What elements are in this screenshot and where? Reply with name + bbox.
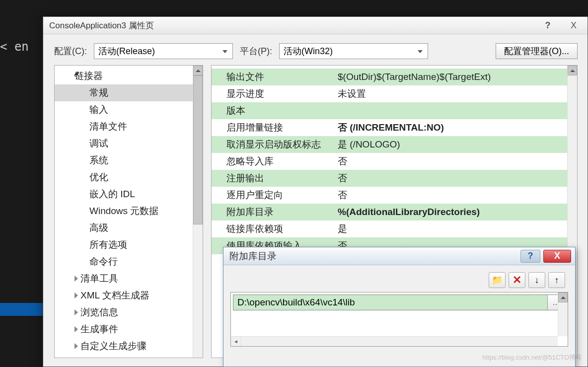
property-name: 链接库依赖项 — [212, 222, 334, 235]
property-name: 启用增量链接 — [212, 121, 334, 134]
property-value: 否 (/INCREMENTAL:NO) — [334, 121, 577, 134]
property-row[interactable]: 链接库依赖项是 — [212, 220, 577, 237]
property-row[interactable]: 注册输出否 — [212, 170, 577, 187]
tree-item[interactable]: 自定义生成步骤 — [55, 338, 203, 355]
tree-item-label: 调试 — [89, 137, 108, 150]
tree-item[interactable]: 系统 — [55, 152, 203, 169]
titlebar: ConsoleApplication3 属性页 ? X — [43, 17, 588, 34]
sub-help-button[interactable]: ? — [520, 250, 540, 263]
property-value: 未设置 — [334, 87, 577, 100]
tree-panel: 链接器常规输入清单文件调试系统优化嵌入的 IDLWindows 元数据高级所有选… — [54, 65, 203, 358]
tree-item[interactable]: 调试 — [55, 135, 203, 152]
property-value: 否 — [334, 155, 577, 168]
tree-item-label: 系统 — [89, 154, 108, 167]
tree-item-label: XML 文档生成器 — [80, 289, 149, 302]
move-up-button[interactable]: ↑ — [548, 272, 565, 288]
tree-item[interactable]: 生成事件 — [55, 321, 203, 338]
property-name: 忽略导入库 — [212, 155, 334, 168]
expand-icon — [74, 276, 81, 282]
property-name: 取消显示启动版权标志 — [212, 138, 334, 151]
property-content: 输出文件$(OutDir)$(TargetName)$(TargetExt)显示… — [212, 66, 577, 254]
property-row[interactable]: 附加库目录%(AdditionalLibraryDirectories) — [212, 204, 577, 220]
tree-item[interactable]: XML 文档生成器 — [55, 287, 203, 304]
expand-icon — [74, 309, 81, 315]
directory-list: ... — [230, 292, 568, 347]
tree-item[interactable]: 链接器 — [55, 68, 203, 84]
property-value: 否 — [334, 172, 577, 185]
tree-item-label: 浏览信息 — [80, 306, 118, 319]
property-value: 是 — [334, 222, 577, 235]
tree-item-label: 常规 — [89, 86, 108, 99]
tree-item-label: 优化 — [89, 171, 108, 184]
tree-item[interactable]: 所有选项 — [55, 236, 203, 253]
tree-item[interactable]: 高级 — [55, 220, 203, 236]
new-folder-button[interactable]: 📁 — [489, 272, 506, 288]
tree-item-label: 自定义生成步骤 — [80, 340, 147, 353]
property-name: 显示进度 — [212, 87, 334, 100]
tree-item-label: 清单工具 — [80, 272, 118, 285]
config-row: 配置(C): 活动(Release) 平台(P): 活动(Win32) 配置管理… — [43, 34, 588, 65]
platform-label: 平台(P): — [240, 45, 272, 57]
tree-item[interactable]: Windows 元数据 — [55, 203, 203, 220]
tree-item[interactable]: 输入 — [55, 101, 203, 118]
tree-content: 链接器常规输入清单文件调试系统优化嵌入的 IDLWindows 元数据高级所有选… — [55, 66, 203, 357]
tree-item-label: 所有选项 — [89, 238, 127, 251]
property-name: 附加库目录 — [212, 206, 334, 219]
close-button[interactable]: X — [562, 18, 586, 32]
property-row[interactable]: 取消显示启动版权标志是 (/NOLOGO) — [212, 136, 577, 153]
sub-titlebar: 附加库目录 ? X — [223, 247, 575, 265]
tree-item[interactable]: 嵌入的 IDL — [55, 186, 203, 203]
delete-button[interactable]: ✕ — [509, 272, 525, 288]
sub-body: 📁 ✕ ↓ ↑ ... — [223, 265, 575, 354]
tree-item-label: 生成事件 — [80, 323, 118, 336]
tree-item[interactable]: 常规 — [55, 84, 203, 101]
tree-item[interactable]: 清单文件 — [55, 118, 203, 135]
platform-dropdown[interactable]: 活动(Win32) — [279, 43, 428, 59]
move-down-button[interactable]: ↓ — [528, 272, 545, 288]
directory-row: ... — [233, 294, 566, 310]
tree-item-label: 输入 — [89, 103, 108, 116]
property-name: 逐用户重定向 — [212, 189, 334, 202]
additional-lib-dirs-dialog: 附加库目录 ? X 📁 ✕ ↓ ↑ ... — [223, 247, 576, 367]
sub-close-button[interactable]: X — [543, 250, 571, 263]
directory-input[interactable] — [233, 295, 547, 310]
tree-item-label: Windows 元数据 — [89, 205, 158, 218]
dialog-title: ConsoleApplication3 属性页 — [49, 20, 536, 31]
tree-item-label: 清单文件 — [89, 120, 127, 133]
tree-item[interactable]: 浏览信息 — [55, 304, 203, 321]
tree-item-label: 嵌入的 IDL — [89, 188, 135, 201]
property-value: 否 — [334, 189, 577, 202]
property-name: 输出文件 — [212, 71, 334, 83]
expand-icon — [74, 326, 81, 332]
help-button[interactable]: ? — [536, 18, 560, 32]
expand-icon — [74, 343, 81, 349]
property-name: 注册输出 — [212, 172, 334, 185]
list-vscrollbar[interactable] — [558, 293, 568, 336]
tree-item[interactable]: 清单工具 — [55, 270, 203, 287]
config-label: 配置(C): — [54, 45, 87, 57]
tree-item-label: 高级 — [89, 221, 108, 234]
tree-item[interactable]: 命令行 — [55, 253, 203, 270]
list-hscrollbar[interactable] — [231, 336, 558, 346]
sub-toolbar: 📁 ✕ ↓ ↑ — [230, 272, 568, 288]
config-manager-button[interactable]: 配置管理器(O)... — [496, 43, 578, 59]
property-row[interactable]: 启用增量链接否 (/INCREMENTAL:NO) — [212, 119, 577, 136]
property-name: 版本 — [212, 104, 334, 117]
property-row[interactable]: 显示进度未设置 — [212, 85, 577, 102]
watermark-text: https://blog.csdn.net/@51CTO博客 — [482, 353, 582, 362]
property-value: 是 (/NOLOGO) — [334, 138, 577, 151]
tree-item-label: 命令行 — [89, 255, 118, 268]
sub-dialog-title: 附加库目录 — [229, 250, 520, 263]
property-value: $(OutDir)$(TargetName)$(TargetExt) — [334, 72, 577, 82]
background-selection — [0, 303, 43, 316]
property-row[interactable]: 忽略导入库否 — [212, 153, 577, 170]
tree-item[interactable]: 优化 — [55, 169, 203, 186]
property-value: %(AdditionalLibraryDirectories) — [334, 207, 577, 218]
background-code-text: < en — [0, 40, 29, 54]
property-row[interactable]: 逐用户重定向否 — [212, 187, 577, 204]
property-row[interactable]: 输出文件$(OutDir)$(TargetName)$(TargetExt) — [212, 69, 577, 85]
config-dropdown[interactable]: 活动(Release) — [94, 43, 233, 59]
expand-icon — [74, 293, 81, 298]
tree-scrollbar[interactable] — [193, 66, 203, 358]
property-row[interactable]: 版本 — [212, 102, 577, 119]
